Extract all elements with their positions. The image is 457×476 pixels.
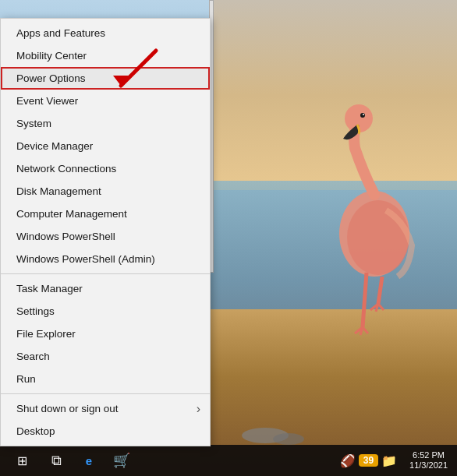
time-display: 6:52 PM: [413, 450, 445, 460]
system-clock[interactable]: 6:52 PM 11/3/2021: [403, 450, 454, 471]
taskbar-items: ⧉ e 🛒: [41, 445, 340, 476]
menu-item-task-manager[interactable]: Task Manager: [1, 277, 210, 300]
football-icon: 🏈: [340, 453, 356, 468]
edge-icon: e: [86, 454, 92, 467]
svg-line-5: [363, 273, 367, 327]
task-view-button[interactable]: ⧉: [41, 445, 72, 476]
menu-item-apps-features[interactable]: Apps and Features: [1, 22, 210, 44]
svg-point-3: [360, 113, 365, 118]
counter-badge: 39: [359, 454, 378, 467]
menu-item-disk-management[interactable]: Disk Management: [1, 180, 210, 203]
menu-divider: [1, 273, 210, 274]
context-menu: Apps and FeaturesMobility CenterPower Op…: [0, 18, 211, 446]
edge-button[interactable]: e: [73, 445, 105, 476]
rock2: [273, 433, 304, 445]
menu-item-network-connections[interactable]: Network Connections: [1, 157, 210, 180]
menu-item-file-explorer[interactable]: File Explorer: [1, 323, 210, 345]
menu-divider: [1, 393, 210, 394]
menu-item-power-options[interactable]: Power Options: [1, 67, 210, 90]
menu-item-run[interactable]: Run: [1, 368, 210, 390]
menu-item-windows-powershell-admin[interactable]: Windows PowerShell (Admin): [1, 248, 210, 270]
flamingo-image: [296, 78, 437, 358]
menu-item-event-viewer[interactable]: Event Viewer: [1, 90, 210, 112]
menu-item-settings[interactable]: Settings: [1, 300, 210, 323]
task-view-icon: ⧉: [51, 453, 62, 469]
store-icon: 🛒: [113, 452, 130, 469]
menu-item-shut-down[interactable]: Shut down or sign out: [1, 397, 210, 420]
svg-line-6: [378, 277, 382, 304]
menu-item-windows-powershell[interactable]: Windows PowerShell: [1, 225, 210, 248]
date-display: 11/3/2021: [409, 460, 448, 471]
menu-item-search[interactable]: Search: [1, 345, 210, 368]
system-tray: 🏈 39 📁: [340, 453, 403, 468]
svg-point-1: [347, 200, 409, 275]
menu-item-system[interactable]: System: [1, 112, 210, 135]
store-button[interactable]: 🛒: [106, 445, 137, 476]
folder-icon: 📁: [381, 453, 397, 468]
menu-item-mobility-center[interactable]: Mobility Center: [1, 44, 210, 67]
menu-item-device-manager[interactable]: Device Manager: [1, 135, 210, 157]
menu-item-desktop[interactable]: Desktop: [1, 420, 210, 443]
taskbar: ⊞ ⧉ e 🛒 🏈 39 📁 6:52 PM 11/3/2021: [0, 445, 457, 476]
menu-item-computer-management[interactable]: Computer Management: [1, 203, 210, 225]
windows-icon: ⊞: [17, 453, 27, 468]
svg-point-4: [363, 114, 364, 115]
start-button[interactable]: ⊞: [3, 445, 41, 476]
